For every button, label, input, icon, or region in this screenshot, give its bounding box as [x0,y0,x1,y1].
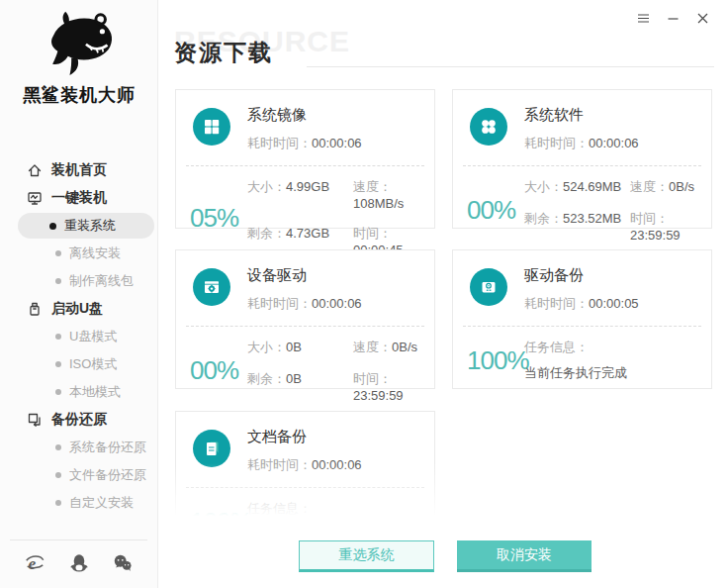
bullet-icon [55,361,61,367]
elapsed-value: 00:00:06 [312,457,362,472]
sidebar-item-local-mode[interactable]: 本地模式 [0,378,158,406]
size-label: 大小： [524,179,563,194]
size-value: 0B [286,340,302,354]
download-cards-area: 系统镜像 耗时时间：00:00:06 05% 大小：4.99GB 速度：108M… [158,83,728,530]
card-title: 系统软件 [524,103,639,125]
sidebar-item-label: 离线安装 [69,245,121,262]
sidebar-menu: 装机首页 一键装机 重装系统 离线安装 制作离线包 启动U盘 U盘模式 [0,156,158,517]
task-info-label: 任务信息： [247,500,350,518]
sidebar-item-iso-mode[interactable]: ISO模式 [0,350,158,378]
card-system-software: 系统软件 耗时时间：00:00:06 00% 大小：524.69MB 速度：0B… [452,89,712,229]
sidebar: 黑鲨装机大师 装机首页 一键装机 重装系统 离线安装 制作离线包 启动U盘 [0,0,158,588]
bullet-icon [55,250,61,256]
task-status: 当前任务执行完成 [524,364,627,382]
bullet-icon [55,389,61,395]
monitor-icon [27,190,43,206]
sidebar-item-label: 自定义安装 [69,494,134,512]
elapsed-value: 00:00:06 [312,296,362,311]
sidebar-item-home[interactable]: 装机首页 [0,156,158,184]
sidebar-item-system-backup-restore[interactable]: 系统备份还原 [0,434,158,461]
sidebar-item-label: ISO模式 [69,355,117,373]
sidebar-item-label: 备份还原 [51,411,107,429]
divider [307,66,714,67]
active-item-pill: 重装系统 [18,213,154,239]
progress-percent: 100% [467,345,524,376]
wechat-icon[interactable] [112,552,134,574]
sidebar-item-label: 装机首页 [51,161,107,179]
time-value: 23:59:59 [630,228,681,243]
task-status: 当前任务执行完成 [247,526,350,530]
elapsed-value: 00:00:05 [589,296,639,311]
sidebar-footer: e [0,539,157,588]
sidebar-item-usb-mode[interactable]: U盘模式 [0,323,158,350]
usb-drive-icon [27,301,43,317]
progress-percent: 00% [190,355,247,386]
size-value: 524.69MB [563,179,621,194]
apps-icon [470,108,507,146]
sidebar-item-boot-usb[interactable]: 启动U盘 [0,295,158,323]
card-title: 系统镜像 [247,103,362,125]
time-label: 时间： [353,371,392,386]
size-value: 4.99GB [286,179,329,194]
sidebar-item-label: U盘模式 [69,328,117,345]
bullet-icon [55,472,61,478]
elapsed-label: 耗时时间： [247,296,312,311]
shark-logo-icon [28,8,131,77]
sidebar-item-make-offline-pack[interactable]: 制作离线包 [0,267,158,295]
close-icon[interactable] [695,11,710,26]
progress-percent: 00% [467,195,524,226]
card-title: 设备驱动 [247,263,362,285]
speed-label: 速度： [353,179,392,194]
card-document-backup: 文档备份 耗时时间：00:00:06 100% 任务信息： 当前任务执行完成 [175,411,435,530]
remaining-label: 剩余： [247,226,286,241]
qq-icon[interactable] [68,552,90,574]
elapsed-value: 00:00:06 [312,136,362,150]
backup-restore-icon [27,412,43,428]
sidebar-item-backup-restore[interactable]: 备份还原 [0,406,158,434]
sidebar-item-label: 启动U盘 [51,300,103,318]
elapsed-label: 耗时时间： [247,136,312,150]
remaining-value: 523.52MB [563,211,621,226]
card-title: 驱动备份 [524,263,639,285]
speed-value: 108MB/s [353,196,404,211]
sidebar-item-label: 制作离线包 [69,272,134,290]
app-logo: 黑鲨装机大师 [0,8,158,107]
app-name: 黑鲨装机大师 [0,83,158,107]
sidebar-item-reinstall-system[interactable]: 重装系统 [0,212,158,240]
sidebar-item-offline-install[interactable]: 离线安装 [0,240,158,267]
speed-value: 0B/s [669,179,694,194]
elapsed-label: 耗时时间： [524,296,589,311]
size-label: 大小： [247,179,286,194]
device-driver-icon [193,268,230,306]
progress-percent: 100% [190,507,247,531]
bullet-icon [55,334,61,340]
progress-percent: 05% [190,203,247,234]
time-label: 时间： [630,211,669,226]
card-system-image: 系统镜像 耗时时间：00:00:06 05% 大小：4.99GB 速度：108M… [175,89,435,229]
ie-browser-icon[interactable]: e [24,552,46,574]
card-driver-backup: 驱动备份 耗时时间：00:00:05 100% 任务信息： 当前任务执行完成 [452,249,712,389]
bullet-icon [49,223,56,230]
card-title: 文档备份 [247,425,362,446]
sidebar-item-one-click-install[interactable]: 一键装机 [0,184,158,212]
bullet-icon [55,444,61,450]
minimize-icon[interactable] [666,11,681,26]
time-label: 时间： [353,226,392,241]
task-info-label: 任务信息： [524,339,627,356]
bullet-icon [55,278,61,284]
home-icon [27,162,43,178]
speed-label: 速度： [353,340,392,354]
remaining-value: 0B [286,371,302,386]
cancel-install-button[interactable]: 取消安装 [457,540,592,572]
elapsed-label: 耗时时间： [247,457,312,472]
windows-icon [193,108,230,146]
sidebar-item-file-backup-restore[interactable]: 文件备份还原 [0,461,158,489]
reselect-system-button[interactable]: 重选系统 [299,540,434,572]
sidebar-item-label: 文件备份还原 [69,466,146,484]
card-device-driver: 设备驱动 耗时时间：00:00:06 00% 大小：0B 速度：0B/s 剩余：… [175,249,435,389]
menu-icon[interactable] [636,11,651,26]
window-controls [636,11,710,26]
document-icon [193,430,230,467]
sidebar-item-custom-install[interactable]: 自定义安装 [0,489,158,517]
elapsed-value: 00:00:06 [589,136,639,150]
